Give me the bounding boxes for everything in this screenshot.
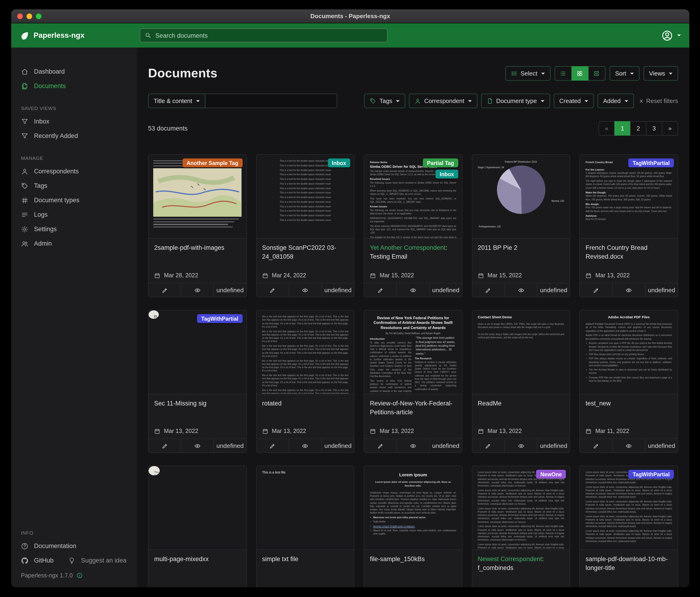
document-thumbnail[interactable]: Another Sample Tag xyxy=(149,155,246,239)
minimize-window-button[interactable] xyxy=(27,13,32,19)
edit-document-button[interactable] xyxy=(364,439,396,453)
edit-document-button[interactable] xyxy=(256,439,289,453)
document-title[interactable]: Yet Another Correspondent: Testing Email xyxy=(370,243,456,261)
user-menu[interactable] xyxy=(661,30,681,41)
sidebar-item-settings[interactable]: Settings xyxy=(11,222,137,236)
edit-document-button[interactable] xyxy=(580,439,612,453)
view-document-button[interactable] xyxy=(181,283,213,297)
download-document-button[interactable]: undefined xyxy=(214,283,246,297)
document-title[interactable]: 2sample-pdf-with-images xyxy=(154,243,241,252)
download-document-button[interactable]: undefined xyxy=(645,439,678,453)
document-thumbnail[interactable]: Lorem ipsum dolor sit amet, consectetur … xyxy=(580,466,678,550)
pagination-prev-button[interactable]: « xyxy=(598,121,615,136)
sidebar-item-logs[interactable]: Logs xyxy=(11,207,137,222)
document-thumbnail[interactable]: French Country BreadFor the Leaven:1 hea… xyxy=(580,155,678,239)
grid-view-button[interactable] xyxy=(571,66,589,80)
document-thumbnail[interactable]: 11. CONTINUING MEDICAL EDUCAHave you par… xyxy=(149,310,246,394)
tag-chip[interactable]: Inbox xyxy=(435,170,458,178)
pagination-page-2-button[interactable]: 2 xyxy=(630,121,646,136)
document-thumbnail[interactable]: Patient BP Distribution 2011Normal, 232P… xyxy=(472,155,570,239)
view-document-button[interactable] xyxy=(504,439,537,453)
document-type-filter-button[interactable]: Document type xyxy=(481,94,550,108)
pagination-page-1-button[interactable]: 1 xyxy=(614,121,631,136)
document-thumbnail[interactable]: this is the test text that appears on th… xyxy=(256,310,354,394)
sidebar-item-tags[interactable]: Tags xyxy=(11,178,137,193)
view-document-button[interactable] xyxy=(181,439,213,453)
sidebar-item-dashboard[interactable]: Dashboard xyxy=(11,64,137,79)
sidebar-item-recently-added[interactable]: Recently Added xyxy=(11,128,137,143)
document-title[interactable]: simple txt file xyxy=(262,555,348,564)
sidebar-item-inbox[interactable]: Inbox xyxy=(11,114,137,128)
sidebar-item-github[interactable]: GitHub xyxy=(11,553,58,568)
added-filter-button[interactable]: Added xyxy=(598,94,634,108)
title-content-filter-button[interactable]: Title & content xyxy=(148,94,205,108)
tag-chip[interactable]: Inbox xyxy=(328,159,350,167)
list-view-button[interactable] xyxy=(554,66,572,80)
sidebar-item-documentation[interactable]: Documentation xyxy=(11,539,137,553)
document-thumbnail[interactable]: This is a test file. xyxy=(256,466,354,550)
tags-filter-button[interactable]: Tags xyxy=(365,94,405,108)
document-title[interactable]: Sonstige ScanPC2022 03-24_081058 xyxy=(262,243,348,261)
document-title[interactable]: ReadMe xyxy=(478,399,564,408)
edit-document-button[interactable] xyxy=(364,283,396,297)
view-document-button[interactable] xyxy=(612,439,645,453)
download-document-button[interactable]: undefined xyxy=(321,439,354,453)
download-document-button[interactable]: undefined xyxy=(429,283,462,297)
document-title[interactable]: French Country Bread Revised.docx xyxy=(586,243,672,261)
download-document-button[interactable]: undefined xyxy=(645,283,678,297)
select-button[interactable]: Select xyxy=(505,66,550,80)
download-document-button[interactable]: undefined xyxy=(321,283,354,297)
document-thumbnail[interactable]: This is a test for the double space char… xyxy=(256,155,354,239)
sidebar-item-documents[interactable]: Documents xyxy=(11,79,137,93)
global-search[interactable] xyxy=(140,28,388,42)
document-thumbnail[interactable]: Release NotesSimba ODBC Driver for SQL S… xyxy=(364,155,462,239)
tag-chip[interactable]: Partial Tag xyxy=(423,159,458,167)
document-thumbnail[interactable]: This is a multi page document. Page 1. xyxy=(149,466,246,550)
edit-document-button[interactable] xyxy=(472,283,504,297)
document-thumbnail[interactable]: Lorem ipsumLorem ipsum dolor sit amet, c… xyxy=(364,466,462,550)
sidebar-item-admin[interactable]: Admin xyxy=(11,236,137,251)
search-input[interactable] xyxy=(155,32,382,39)
view-document-button[interactable] xyxy=(397,439,429,453)
tag-chip[interactable]: Another Sample Tag xyxy=(182,159,243,167)
pagination-page-3-button[interactable]: 3 xyxy=(646,121,662,136)
document-thumbnail[interactable]: Contact Sheet DemoGiven a set of image f… xyxy=(472,310,570,394)
document-title[interactable]: Sec 11-Missing sig xyxy=(154,399,241,408)
views-button[interactable]: Views xyxy=(644,66,678,80)
sidebar-item-document-types[interactable]: Document types xyxy=(11,193,137,207)
zoom-window-button[interactable] xyxy=(36,13,42,19)
correspondent-filter-button[interactable]: Correspondent xyxy=(409,94,477,108)
tag-chip[interactable]: NewOne xyxy=(536,470,566,479)
document-title[interactable]: multi-page-mixedxx xyxy=(154,555,241,564)
download-document-button[interactable]: undefined xyxy=(214,439,246,453)
document-thumbnail[interactable]: Adobe Acrobat PDF FilesAdobe® Portable D… xyxy=(580,310,678,394)
edit-document-button[interactable] xyxy=(149,439,181,453)
document-thumbnail[interactable]: Review of New York Federal Petitions for… xyxy=(364,310,462,394)
document-title[interactable]: rotated xyxy=(262,399,348,408)
edit-document-button[interactable] xyxy=(256,283,289,297)
tag-chip[interactable]: TagWithPartial xyxy=(628,159,674,167)
pagination-next-button[interactable]: » xyxy=(662,121,678,136)
view-document-button[interactable] xyxy=(289,283,321,297)
tag-chip[interactable]: TagWithPartial xyxy=(197,314,243,323)
edit-document-button[interactable] xyxy=(149,283,181,297)
download-document-button[interactable]: undefined xyxy=(537,439,570,453)
detail-view-button[interactable] xyxy=(588,66,605,80)
document-title[interactable]: test_new xyxy=(586,399,672,408)
document-title[interactable]: 2011 BP Pie 2 xyxy=(478,243,564,252)
document-title[interactable]: file-sample_150kBs xyxy=(370,555,456,564)
view-document-button[interactable] xyxy=(612,283,645,297)
app-brand[interactable]: Paperless-ngx xyxy=(20,30,140,40)
created-filter-button[interactable]: Created xyxy=(554,94,594,108)
sidebar-item-correspondents[interactable]: Correspondents xyxy=(11,164,137,178)
download-document-button[interactable]: undefined xyxy=(537,283,570,297)
view-document-button[interactable] xyxy=(289,439,321,453)
correspondent-link[interactable]: Newest Correspondent xyxy=(478,555,542,563)
info-icon[interactable] xyxy=(76,573,83,579)
title-content-filter-input[interactable] xyxy=(205,94,337,108)
reset-filters-button[interactable]: × Reset filters xyxy=(639,97,678,104)
sidebar-item-suggest-idea[interactable]: Suggest an idea xyxy=(58,553,131,568)
document-title[interactable]: sample-pdf-download-10-mb-longer-title xyxy=(586,555,672,573)
tag-chip[interactable]: TagWithPartial xyxy=(628,470,674,479)
edit-document-button[interactable] xyxy=(472,439,504,453)
